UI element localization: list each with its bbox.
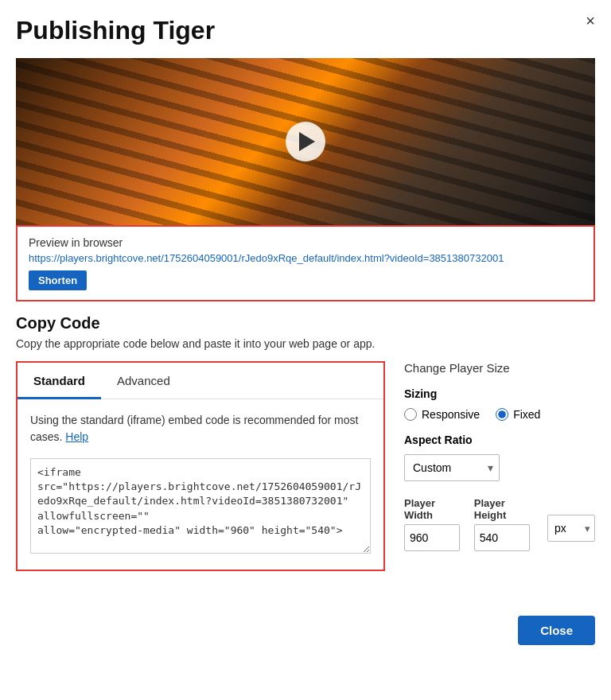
player-width-input[interactable] bbox=[404, 524, 460, 551]
aspect-ratio-label: Aspect Ratio bbox=[404, 434, 595, 446]
responsive-radio[interactable] bbox=[404, 408, 417, 421]
fixed-label: Fixed bbox=[513, 408, 540, 421]
left-panel: Standard Advanced Using the standard (if… bbox=[16, 361, 385, 571]
height-group: Player Height bbox=[474, 497, 539, 551]
preview-section: Preview in browser https://players.brigh… bbox=[16, 225, 595, 301]
modal-container: × Publishing Tiger Preview in browser ht… bbox=[0, 0, 611, 700]
tab-bar: Standard Advanced bbox=[18, 363, 383, 399]
units-select-wrapper: px % em bbox=[547, 515, 595, 542]
sizing-label: Sizing bbox=[404, 387, 595, 400]
modal-close-button[interactable]: × bbox=[586, 13, 595, 29]
responsive-label: Responsive bbox=[422, 408, 480, 421]
width-group: Player Width bbox=[404, 497, 466, 551]
preview-link[interactable]: https://players.brightcove.net/175260405… bbox=[29, 252, 582, 264]
player-width-label: Player Width bbox=[404, 497, 466, 521]
responsive-radio-item[interactable]: Responsive bbox=[404, 408, 480, 421]
close-button[interactable]: Close bbox=[518, 616, 595, 645]
main-content: Standard Advanced Using the standard (if… bbox=[16, 361, 595, 571]
player-height-label: Player Height bbox=[474, 497, 539, 521]
help-link[interactable]: Help bbox=[65, 430, 88, 443]
copy-code-title: Copy Code bbox=[16, 314, 595, 332]
units-select[interactable]: px % em bbox=[547, 515, 595, 542]
shorten-button[interactable]: Shorten bbox=[29, 270, 87, 290]
aspect-ratio-select[interactable]: Custom 16:9 4:3 1:1 bbox=[404, 454, 500, 481]
page-title: Publishing Tiger bbox=[16, 16, 595, 45]
fixed-radio[interactable] bbox=[496, 408, 508, 421]
tab-advanced[interactable]: Advanced bbox=[101, 363, 186, 399]
footer: Close bbox=[16, 603, 595, 645]
player-height-input[interactable] bbox=[474, 524, 530, 551]
tab-description: Using the standard (iframe) embed code i… bbox=[30, 412, 371, 445]
copy-code-description: Copy the appropriate code below and past… bbox=[16, 337, 595, 350]
right-panel: Change Player Size Sizing Responsive Fix… bbox=[404, 361, 595, 559]
sizing-radio-group: Responsive Fixed bbox=[404, 408, 595, 421]
embed-code-textarea[interactable]: <iframe src="https://players.brightcove.… bbox=[30, 458, 371, 554]
aspect-ratio-select-wrapper: Custom 16:9 4:3 1:1 bbox=[404, 454, 500, 481]
dimensions-row: Player Width Player Height px % em bbox=[404, 497, 595, 551]
video-thumbnail[interactable] bbox=[16, 58, 595, 225]
tab-content-area: Using the standard (iframe) embed code i… bbox=[18, 399, 383, 570]
change-player-size-title: Change Player Size bbox=[404, 361, 595, 375]
preview-label: Preview in browser bbox=[29, 236, 582, 249]
fixed-radio-item[interactable]: Fixed bbox=[496, 408, 540, 421]
tab-standard[interactable]: Standard bbox=[18, 363, 101, 399]
play-button[interactable] bbox=[286, 122, 325, 161]
